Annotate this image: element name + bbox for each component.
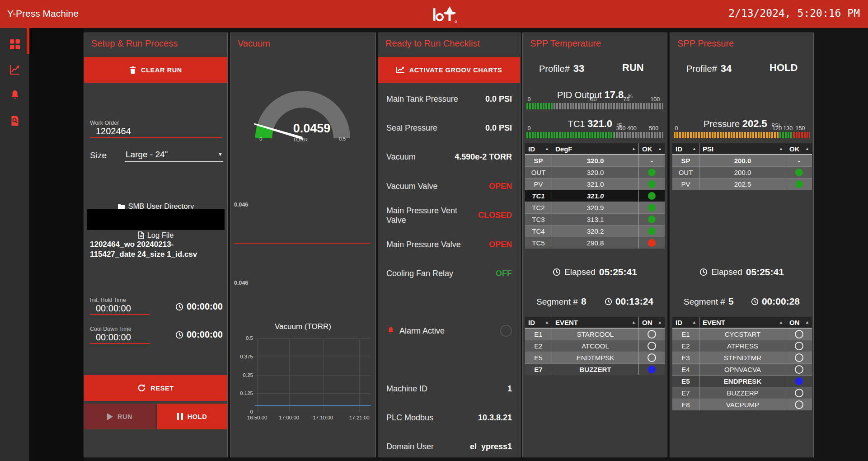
checklist-value: 0.0 PSI	[485, 123, 512, 133]
cell-id: E3	[672, 352, 699, 363]
size-label: Size	[90, 151, 107, 160]
tc1-scale: 0360400500	[526, 125, 663, 131]
folder-icon	[117, 203, 125, 209]
column-header-id[interactable]: ID	[525, 317, 552, 328]
log-file-name-line1: 1202464_wo 20240213-	[90, 240, 224, 249]
profile-label: Profile#	[539, 64, 570, 74]
chart-gridline-horizontal	[255, 412, 371, 412]
chevron-down-icon[interactable]	[218, 151, 223, 157]
init-hold-timer: 00:00:00	[175, 301, 223, 312]
activate-groov-charts-button[interactable]: ACTIVATE GROOV CHARTS	[378, 57, 520, 83]
column-header-on[interactable]: ON	[639, 317, 665, 328]
vacuum-trend-chart	[255, 338, 371, 412]
column-header-event[interactable]: EVENT	[699, 317, 786, 328]
y-axis-tick-label: 0.25	[243, 372, 253, 378]
cell-status	[786, 387, 812, 399]
checklist-value: 1	[507, 384, 512, 394]
sidebar-item-alarms[interactable]	[0, 85, 29, 105]
table-body: SP 200.0 - OUT 200.0 PV 202.5	[672, 155, 812, 190]
cell-id: SP	[525, 155, 552, 166]
hold-button[interactable]: HOLD	[157, 404, 227, 429]
cell-value: ENDTMPSK	[552, 352, 639, 363]
chart-gridline-horizontal	[255, 375, 371, 376]
status-led-icon	[795, 353, 803, 362]
cell-status	[786, 329, 812, 340]
background-gap	[814, 28, 868, 461]
sort-arrow-icon	[805, 146, 809, 151]
trend-chart-icon	[9, 64, 21, 75]
grid-icon	[9, 38, 21, 50]
chart-y-axis: 0.50.3750.250.1250	[233, 338, 253, 412]
sort-arrow-icon	[658, 320, 662, 325]
status-led-icon: -	[651, 157, 653, 165]
size-dropdown[interactable]: Large - 24"	[126, 150, 168, 160]
hold-label: HOLD	[188, 413, 207, 420]
log-file-name: 1202464_wo 20240213- 115427_date 24_size…	[90, 240, 224, 259]
alarm-active-row: Alarm Active	[378, 318, 520, 343]
cell-value: CYCSTART	[699, 329, 786, 340]
checklist-value: 4.590e-2 TORR	[455, 152, 512, 162]
status-led-icon	[795, 330, 803, 339]
alarm-active-label: Alarm Active	[399, 326, 445, 336]
alarm-bell-icon	[386, 326, 395, 335]
status-led-icon	[795, 365, 803, 374]
cell-id: E7	[525, 364, 552, 375]
cool-down-timer: 00:00:00	[175, 329, 223, 340]
column-header-event[interactable]: EVENT	[552, 317, 639, 328]
profile-row: Profile#34 HOLD	[670, 63, 813, 75]
segment-timer: 00:13:24	[615, 296, 653, 307]
pressure-scale: 0120130150	[674, 125, 810, 131]
y-axis-tick-label: 0.5	[246, 335, 253, 341]
reset-button[interactable]: RESET	[84, 375, 227, 401]
cell-value: ATCOOL	[552, 340, 639, 352]
cell-value: 320.0	[552, 167, 639, 178]
sidebar-item-trends[interactable]	[0, 60, 29, 80]
table-row: OUT 320.0	[525, 166, 665, 178]
clock-icon	[175, 331, 183, 339]
column-header-id[interactable]: ID	[672, 143, 699, 154]
work-order-input[interactable]: 1202464	[96, 126, 131, 136]
chart-title: Vacuum (TORR)	[230, 322, 375, 331]
cool-down-input[interactable]: 00:00:00	[96, 332, 131, 343]
sort-arrow-icon	[779, 320, 783, 325]
column-header-id[interactable]: ID	[672, 317, 699, 328]
status-led-icon	[648, 169, 656, 176]
table-row: TC5 290.8	[525, 237, 665, 249]
status-led-icon	[647, 330, 656, 339]
sidebar-item-event-log[interactable]	[0, 111, 29, 131]
column-header-ok[interactable]: OK	[786, 143, 812, 154]
init-hold-input[interactable]: 00:00:00	[96, 303, 131, 314]
smb-path-input[interactable]	[87, 209, 225, 230]
sidebar-item-dashboard[interactable]	[0, 34, 29, 54]
column-header-ok[interactable]: OK	[639, 143, 665, 154]
column-header-id[interactable]: ID	[525, 143, 552, 154]
table-body: SP 320.0 - OUT 320.0 PV 321.0 TC1 321.0 …	[525, 155, 665, 249]
panel-title: Vacuum	[238, 38, 270, 49]
cell-id: TC4	[525, 226, 552, 237]
segment-timer: 00:00:28	[762, 296, 800, 307]
status-led-icon	[795, 377, 803, 385]
sidebar-nav	[0, 28, 29, 461]
activate-groov-charts-label: ACTIVATE GROOV CHARTS	[409, 66, 502, 74]
run-button[interactable]: RUN	[84, 404, 155, 429]
column-header-on[interactable]: ON	[786, 317, 812, 328]
cell-value: 320.2	[552, 226, 639, 237]
panel-title: SPP Pressure	[677, 38, 734, 49]
clear-run-button[interactable]: CLEAR RUN	[84, 57, 227, 83]
sort-arrow-icon	[545, 320, 549, 325]
table-row: TC1 321.0	[525, 190, 665, 202]
checklist-label: Vacuum	[386, 152, 416, 162]
cell-id: E7	[672, 387, 699, 399]
table-row: SP 200.0 -	[672, 155, 812, 166]
cell-value: 321.0	[552, 179, 639, 190]
checklist-row: Vacuum Valve OPEN	[378, 172, 520, 201]
table-row: E4 OPNVACVA	[672, 363, 812, 375]
checklist-value: CLOSED	[478, 211, 512, 220]
column-header-psi[interactable]: PSI	[699, 143, 786, 154]
checklist-row: Main Tank Pressure 0.0 PSI	[378, 85, 520, 113]
app-title: Y-Press Machine	[7, 8, 79, 19]
column-header-degf[interactable]: DegF	[552, 143, 639, 154]
status-led-icon	[647, 353, 656, 362]
cell-id: SP	[672, 155, 699, 166]
cell-value: 200.0	[699, 167, 786, 178]
